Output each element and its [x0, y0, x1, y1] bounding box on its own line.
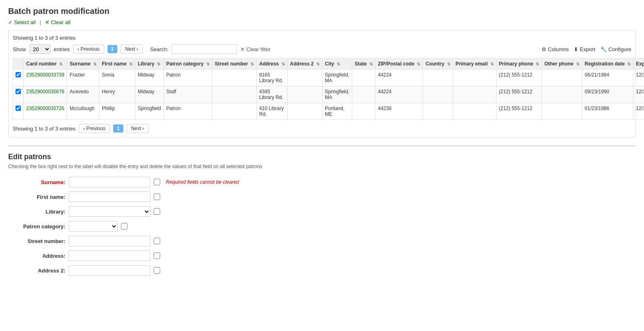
- address-checkbox[interactable]: [154, 252, 160, 259]
- card-number-link[interactable]: 23529000035676: [26, 89, 64, 95]
- edit-hint: Checking the box right next to the label…: [8, 164, 636, 169]
- th-other-phone[interactable]: Other phone ⇅: [542, 59, 582, 70]
- first_name-cell: Sonia: [99, 70, 135, 86]
- library-row: Library: Midway Springfield: [16, 206, 636, 217]
- clear-all-link[interactable]: ✕ Clear all: [45, 19, 70, 25]
- row-checkbox[interactable]: [16, 72, 21, 77]
- address-row: Address:: [16, 250, 636, 261]
- surname-input[interactable]: [69, 177, 150, 187]
- address2-cell: [287, 103, 322, 120]
- street-number-label: Street number:: [16, 238, 65, 244]
- clear-filter-button[interactable]: ✕ Clear filter: [240, 46, 271, 52]
- street-number-checkbox[interactable]: [154, 238, 160, 244]
- zip_postal-cell: 44224: [375, 86, 423, 103]
- page-number-bottom: 1: [113, 124, 123, 133]
- th-expiry-date[interactable]: Expiry date ⇅: [633, 59, 644, 70]
- street-number-row: Street number:: [16, 236, 636, 246]
- first-name-input[interactable]: [69, 191, 150, 202]
- surname-cell: Acevedo: [67, 86, 99, 103]
- registration_date-cell: 01/23/1986: [582, 103, 633, 120]
- th-library[interactable]: Library ⇅: [135, 59, 164, 70]
- first-name-checkbox[interactable]: [154, 194, 160, 200]
- th-primary-email[interactable]: Primary email ⇅: [453, 59, 496, 70]
- registration_date-cell: 06/21/1984: [582, 70, 633, 86]
- next-button-bottom[interactable]: Next ›: [127, 124, 149, 133]
- required-msg: Required fields cannot be cleared: [166, 179, 239, 185]
- patron_category-cell: Staff: [163, 86, 212, 103]
- th-registration-date[interactable]: Registration date ⇅: [582, 59, 633, 70]
- patron-category-select[interactable]: Patron Staff: [69, 221, 118, 232]
- address2-checkbox[interactable]: [154, 267, 160, 274]
- th-street-number[interactable]: Street number ⇅: [212, 59, 257, 70]
- city-cell: Portland, ME: [322, 103, 352, 120]
- th-checkbox: [13, 59, 24, 70]
- street_number-cell: [212, 103, 257, 120]
- library-checkbox[interactable]: [154, 208, 160, 215]
- zip_postal-cell: 44224: [375, 70, 423, 86]
- th-country[interactable]: Country ⇅: [423, 59, 453, 70]
- state-cell: [352, 86, 376, 103]
- th-address2[interactable]: Address 2 ⇅: [287, 59, 322, 70]
- row-checkbox-cell: [13, 86, 24, 103]
- library-cell: Springfield: [135, 103, 164, 120]
- bottom-nav: Showing 1 to 3 of 3 entries ‹ Previous 1…: [13, 124, 631, 133]
- next-button[interactable]: Next ›: [121, 45, 143, 54]
- table-section: Showing 1 to 3 of 3 entries Show 10 20 5…: [8, 30, 636, 137]
- row-checkbox[interactable]: [16, 106, 21, 111]
- expiry_date-cell: 12/31/2099: [633, 86, 644, 103]
- row-checkbox-cell: [13, 70, 24, 86]
- table-row: 23529000035726McculloughPhillipSpringfie…: [13, 103, 644, 120]
- page-title: Batch patron modification: [8, 7, 636, 16]
- first-name-label: First name:: [16, 194, 65, 200]
- row-checkbox-cell: [13, 103, 24, 120]
- other_phone-cell: [542, 70, 582, 86]
- city-cell: Springfield, MA: [322, 70, 352, 86]
- th-address[interactable]: Address ⇅: [257, 59, 287, 70]
- th-zip[interactable]: ZIP/Postal code ⇅: [375, 59, 423, 70]
- section-divider: [8, 146, 636, 146]
- library-select[interactable]: Midway Springfield: [69, 206, 150, 217]
- showing-top: Showing 1 to 3 of 3 entries: [13, 35, 631, 41]
- select-links: ✓ Select all | ✕ Clear all: [8, 19, 636, 25]
- library-label: Library:: [16, 209, 65, 215]
- card-number-link[interactable]: 23529000033739: [26, 72, 64, 78]
- table-controls: Show 10 20 50 100 entries ‹ Previous 1 N…: [13, 44, 631, 54]
- search-label: Search:: [150, 46, 168, 52]
- street-number-input[interactable]: [69, 236, 150, 246]
- surname-cell: Mccullough: [67, 103, 99, 120]
- table-row: 23529000033739FrazierSoniaMidwayPatron81…: [13, 70, 644, 86]
- first_name-cell: Henry: [99, 86, 135, 103]
- th-city[interactable]: City ⇅: [322, 59, 352, 70]
- primary_email-cell: [453, 86, 496, 103]
- registration_date-cell: 09/23/1990: [582, 86, 633, 103]
- select-all-link[interactable]: ✓ Select all: [8, 19, 36, 25]
- row-checkbox[interactable]: [16, 89, 21, 94]
- search-input[interactable]: [172, 44, 237, 54]
- patron-category-row: Patron category: Patron Staff: [16, 221, 636, 232]
- configure-button[interactable]: 🔧 Configure: [600, 46, 631, 52]
- prev-button-bottom[interactable]: ‹ Previous: [79, 124, 110, 133]
- primary_phone-cell: (212) 555-1212: [496, 70, 541, 86]
- prev-button[interactable]: ‹ Previous: [73, 45, 104, 54]
- address-cell: 4345 Library Rd.: [257, 86, 287, 103]
- surname-checkbox[interactable]: [154, 179, 160, 185]
- state-cell: [352, 70, 376, 86]
- patron-category-checkbox[interactable]: [121, 223, 127, 230]
- edit-title: Edit patrons: [8, 153, 636, 161]
- th-state[interactable]: State ⇅: [352, 59, 376, 70]
- card-number-link[interactable]: 23529000035726: [26, 106, 64, 111]
- street_number-cell: [212, 86, 257, 103]
- address2-input[interactable]: [69, 265, 150, 276]
- address-input[interactable]: [69, 250, 150, 261]
- th-surname[interactable]: Surname ⇅: [67, 59, 99, 70]
- th-primary-phone[interactable]: Primary phone ⇅: [496, 59, 541, 70]
- patron-table: Card number ⇅ Surname ⇅ First name ⇅ Lib…: [13, 58, 644, 120]
- th-first-name[interactable]: First name ⇅: [99, 59, 135, 70]
- th-card-number[interactable]: Card number ⇅: [24, 59, 67, 70]
- show-select[interactable]: 10 20 50 100: [29, 44, 51, 54]
- export-button[interactable]: ⬇ Export: [574, 46, 595, 52]
- zip_postal-cell: 44236: [375, 103, 423, 120]
- th-patron-category[interactable]: Patron category ⇅: [163, 59, 212, 70]
- entries-label: entries: [54, 46, 70, 52]
- columns-button[interactable]: ⚙ Columns: [541, 46, 569, 52]
